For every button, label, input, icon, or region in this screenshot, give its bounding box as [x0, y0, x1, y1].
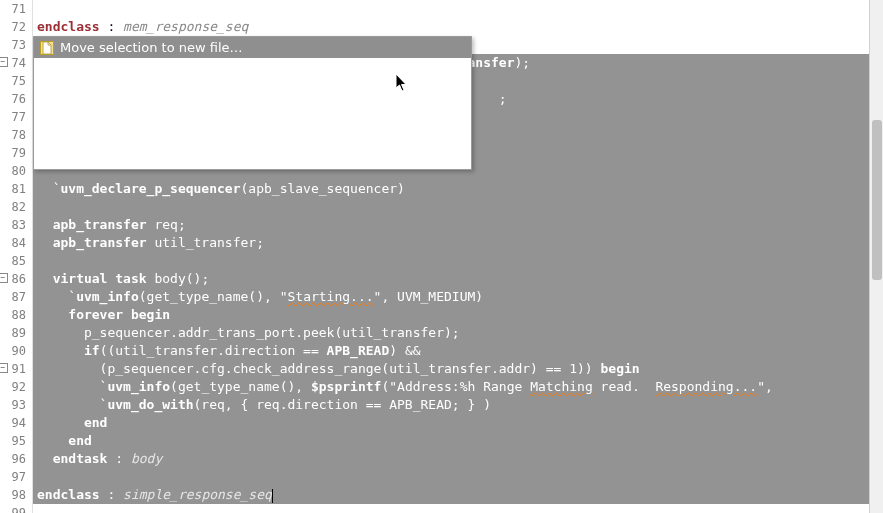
line-number: 94 [0, 414, 32, 432]
line-number: 97 [0, 468, 32, 486]
code-token: ) [397, 181, 405, 196]
code-line[interactable]: end [33, 432, 883, 450]
code-line[interactable]: endtask : body [33, 450, 883, 468]
code-line[interactable] [33, 252, 883, 270]
code-token: Responding... [655, 379, 757, 394]
code-line[interactable]: apb_transfer req; [33, 216, 883, 234]
code-token: ` [37, 397, 107, 412]
code-token: read. [593, 379, 656, 394]
code-token [37, 343, 84, 358]
line-number: 75 [0, 72, 32, 90]
menu-item-move-selection[interactable]: Move selection to new file… [34, 37, 471, 58]
line-number: 89 [0, 324, 32, 342]
line-number: 95 [0, 432, 32, 450]
code-token: virtual [53, 271, 108, 286]
line-number: 72 [0, 18, 32, 36]
line-number: 86− [0, 270, 32, 288]
code-token [37, 307, 68, 322]
line-number: 91− [0, 360, 32, 378]
code-line[interactable] [33, 504, 883, 513]
code-token: : [100, 19, 123, 34]
line-number: 82 [0, 198, 32, 216]
code-token [37, 217, 53, 232]
code-token: begin [131, 307, 170, 322]
code-line[interactable]: forever begin [33, 306, 883, 324]
code-token: (get_type_name(), [139, 289, 280, 304]
code-token: ); [514, 55, 530, 70]
fold-toggle[interactable]: − [0, 363, 8, 373]
code-token [37, 433, 68, 448]
code-token: end [68, 433, 91, 448]
code-token: (get_type_name(), [170, 379, 311, 394]
code-token: ; [499, 91, 507, 106]
code-token: (p_sequencer.cfg.check_address_range(uti… [37, 361, 601, 376]
code-token: : [107, 451, 130, 466]
code-token [37, 415, 84, 430]
code-line[interactable]: `uvm_info(get_type_name(), "Starting..."… [33, 288, 883, 306]
line-number: 78 [0, 126, 32, 144]
line-number: 88 [0, 306, 32, 324]
code-token: body(); [147, 271, 210, 286]
code-line[interactable]: `uvm_declare_p_sequencer(apb_slave_seque… [33, 180, 883, 198]
code-token: Starting... [287, 289, 373, 304]
code-token: endclass [37, 19, 100, 34]
line-number: 77 [0, 108, 32, 126]
scrollbar-thumb[interactable] [872, 120, 882, 280]
code-token: , UVM_MEDIUM) [381, 289, 483, 304]
code-token: req; [147, 217, 186, 232]
file-icon [40, 41, 54, 55]
code-token: util_transfer; [147, 235, 264, 250]
code-token: begin [601, 361, 640, 376]
code-line[interactable]: if((util_transfer.direction == APB_READ)… [33, 342, 883, 360]
code-token [123, 307, 131, 322]
line-number: 71 [0, 0, 32, 18]
code-line[interactable]: endclass : mem_response_seq [33, 18, 883, 36]
line-number: 74− [0, 54, 32, 72]
code-line[interactable]: end [33, 414, 883, 432]
line-number: 80 [0, 162, 32, 180]
code-token: $psprintf [311, 379, 381, 394]
line-number: 73 [0, 36, 32, 54]
code-token: mem_response_seq [123, 19, 248, 34]
code-token: endtask [53, 451, 108, 466]
code-token: body [131, 451, 162, 466]
code-token: , [765, 379, 773, 394]
line-number: 81 [0, 180, 32, 198]
code-token: (req, { req.direction == APB_READ; } ) [194, 397, 491, 412]
refactor-context-menu: Move selection to new file… [33, 36, 472, 170]
code-line[interactable]: endclass : simple_response_seq [33, 486, 883, 504]
line-number: 98 [0, 486, 32, 504]
code-token [37, 451, 53, 466]
code-token: uvm_info [107, 379, 170, 394]
code-token: Matching [530, 379, 593, 394]
code-token: uvm_declare_p_sequencer [60, 181, 240, 196]
code-line[interactable]: apb_transfer util_transfer; [33, 234, 883, 252]
code-token: "Address:%h Range [389, 379, 530, 394]
code-line[interactable] [33, 0, 883, 18]
code-token: apb_transfer [53, 217, 147, 232]
code-line[interactable] [33, 468, 883, 486]
code-token: uvm_info [76, 289, 139, 304]
code-line[interactable]: p_sequencer.addr_trans_port.peek(util_tr… [33, 324, 883, 342]
code-token: apb_transfer [53, 235, 147, 250]
code-token: simple_response_seq [123, 487, 272, 502]
line-number: 99 [0, 504, 32, 513]
line-number: 92 [0, 378, 32, 396]
code-line[interactable]: `uvm_do_with(req, { req.direction == APB… [33, 396, 883, 414]
code-line[interactable]: (p_sequencer.cfg.check_address_range(uti… [33, 360, 883, 378]
code-token: task [115, 271, 146, 286]
code-line[interactable]: `uvm_info(get_type_name(), $psprintf("Ad… [33, 378, 883, 396]
code-line[interactable]: virtual task body(); [33, 270, 883, 288]
menu-item-label: Move selection to new file… [60, 37, 243, 58]
code-token: endclass [37, 487, 100, 502]
code-token: " [757, 379, 765, 394]
fold-toggle[interactable]: − [0, 273, 8, 283]
line-number: 87 [0, 288, 32, 306]
line-number: 96 [0, 450, 32, 468]
code-token: uvm_do_with [107, 397, 193, 412]
vertical-scrollbar[interactable] [869, 0, 883, 513]
fold-toggle[interactable]: − [0, 57, 8, 67]
line-number: 90 [0, 342, 32, 360]
line-number: 79 [0, 144, 32, 162]
code-line[interactable] [33, 198, 883, 216]
